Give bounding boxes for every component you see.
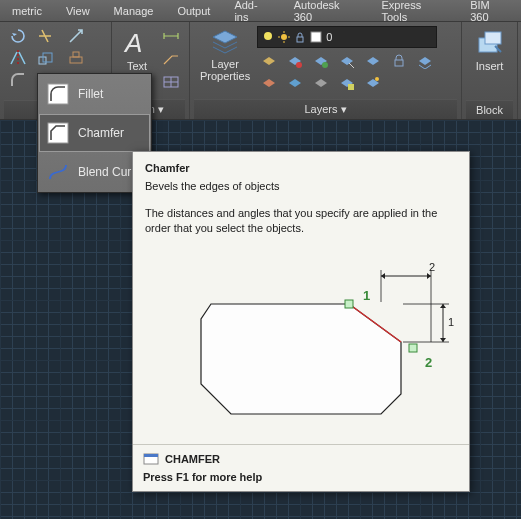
flyout-item-fillet[interactable]: Fillet xyxy=(39,75,150,113)
layer-tool[interactable] xyxy=(283,51,307,71)
layer-tool[interactable] xyxy=(361,73,385,93)
layer-tool[interactable] xyxy=(257,73,281,93)
svg-rect-28 xyxy=(485,32,501,44)
menu-item[interactable]: Express Tools xyxy=(370,0,459,23)
lock-icon xyxy=(294,31,306,43)
svg-rect-7 xyxy=(70,57,82,63)
label: Properties xyxy=(200,70,250,82)
block-panel: Insert Block xyxy=(462,22,518,119)
svg-rect-33 xyxy=(409,344,417,352)
tooltip-command: CHAMFER xyxy=(143,451,459,467)
label: Insert xyxy=(476,60,504,72)
tooltip-help-text: The distances and angles that you specif… xyxy=(145,206,457,236)
svg-text:A: A xyxy=(123,28,142,58)
layer-selector[interactable]: 0 xyxy=(257,26,437,48)
svg-rect-20 xyxy=(297,37,303,42)
color-swatch xyxy=(310,31,322,43)
label: Chamfer xyxy=(78,126,124,140)
fillet-icon xyxy=(46,82,70,106)
panel-label: Block xyxy=(466,100,513,119)
icon-a[interactable] xyxy=(64,26,88,46)
svg-rect-8 xyxy=(73,52,79,57)
menu-item[interactable]: View xyxy=(54,5,102,17)
menu-item[interactable]: Add-ins xyxy=(222,0,281,23)
label: Layer xyxy=(211,58,239,70)
tooltip-title: Chamfer xyxy=(145,162,457,174)
label: Blend Cur xyxy=(78,165,131,179)
menu-item[interactable]: Manage xyxy=(102,5,166,17)
text-icon: A xyxy=(122,28,152,58)
bulb-icon xyxy=(262,31,274,43)
menu-item[interactable]: metric xyxy=(0,5,54,17)
layer-tool[interactable] xyxy=(335,51,359,71)
insert-icon xyxy=(475,28,505,58)
trim-icon[interactable] xyxy=(33,26,57,46)
layer-tool[interactable] xyxy=(413,51,437,71)
layer-tool[interactable] xyxy=(361,51,385,71)
svg-rect-21 xyxy=(311,32,321,42)
pick-label-2: 2 xyxy=(425,355,432,370)
svg-point-22 xyxy=(296,62,302,68)
tooltip-diagram: 1 2 2 1 xyxy=(151,244,451,434)
rotate-icon[interactable] xyxy=(6,26,30,46)
svg-point-14 xyxy=(264,32,272,40)
svg-point-26 xyxy=(375,77,379,81)
chamfer-icon xyxy=(46,121,70,145)
tooltip-description: Bevels the edges of objects xyxy=(145,180,457,192)
menu-item[interactable]: Autodesk 360 xyxy=(282,0,370,23)
table-icon[interactable] xyxy=(159,72,183,92)
dim-icon[interactable] xyxy=(159,26,183,46)
icon-b[interactable] xyxy=(64,48,88,68)
dim-value-2: 1 xyxy=(448,316,454,328)
layer-tool[interactable] xyxy=(387,51,411,71)
layer-tool[interactable] xyxy=(283,73,307,93)
svg-rect-25 xyxy=(348,84,354,90)
menu-item[interactable]: Output xyxy=(165,5,222,17)
leader-icon[interactable] xyxy=(159,49,183,69)
layers-icon xyxy=(210,28,240,56)
command-icon xyxy=(143,451,159,467)
text-label: Text xyxy=(127,60,147,72)
blend-icon xyxy=(46,160,70,184)
svg-point-15 xyxy=(281,34,287,40)
sun-icon xyxy=(278,31,290,43)
svg-point-23 xyxy=(322,62,328,68)
command-tooltip: Chamfer Bevels the edges of objects The … xyxy=(132,151,470,492)
layer-tool[interactable] xyxy=(257,51,281,71)
layer-properties-button[interactable]: Layer Properties xyxy=(196,26,254,84)
svg-rect-32 xyxy=(345,300,353,308)
mirror-icon[interactable] xyxy=(6,48,30,68)
insert-button[interactable]: Insert xyxy=(471,26,509,98)
tooltip-footer-hint: Press F1 for more help xyxy=(143,471,459,483)
layer-tool[interactable] xyxy=(309,51,333,71)
menu-bar: metric View Manage Output Add-ins Autode… xyxy=(0,0,521,22)
command-name: CHAMFER xyxy=(165,453,220,465)
flyout-item-chamfer[interactable]: Chamfer xyxy=(39,114,150,152)
panel-label: Layers ▾ xyxy=(194,99,457,119)
dim-value-1: 2 xyxy=(429,261,435,273)
layer-tool[interactable] xyxy=(335,73,359,93)
layers-panel: Layer Properties 0 xyxy=(190,22,462,119)
menu-item[interactable]: BIM 360 xyxy=(458,0,521,23)
pick-label-1: 1 xyxy=(363,288,370,303)
svg-rect-24 xyxy=(395,60,403,66)
layer-tool[interactable] xyxy=(309,73,333,93)
scale-icon[interactable] xyxy=(33,48,57,68)
fillet-dropdown[interactable] xyxy=(6,70,30,90)
label: Fillet xyxy=(78,87,103,101)
svg-rect-41 xyxy=(144,454,158,457)
layer-name: 0 xyxy=(326,31,332,43)
